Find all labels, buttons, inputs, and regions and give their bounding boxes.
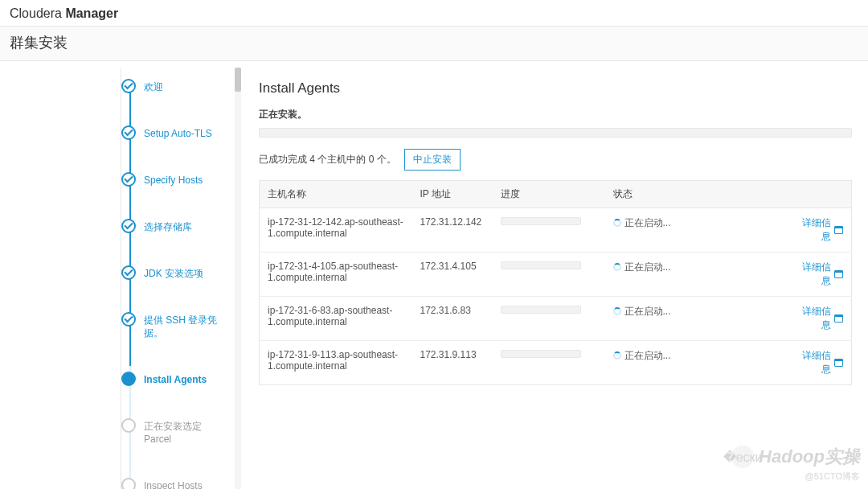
hosts-table: 主机名称 IP 地址 进度 状态 ip-172-31-12-142.ap-sou…: [259, 180, 852, 385]
detail-link[interactable]: 详细信息: [796, 216, 844, 244]
detail-link[interactable]: 详细信息: [796, 305, 844, 332]
popup-icon: [834, 359, 843, 367]
step-circle-icon: [121, 312, 136, 327]
header-bar: Cloudera Manager: [0, 0, 868, 27]
cell-progress: [493, 341, 605, 385]
step-label: Inspect Hosts: [144, 478, 203, 489]
cell-detail: 详细信息: [788, 208, 852, 253]
wizard-step-4[interactable]: JDK 安装选项: [121, 265, 233, 312]
detail-link-label: 详细信息: [796, 216, 831, 244]
row-progress-bar: [501, 217, 581, 225]
step-circle-icon: [121, 418, 136, 433]
overall-progress-bar: [259, 128, 852, 138]
cell-hostname: ip-172-31-9-113.ap-southeast-1.compute.i…: [260, 341, 412, 385]
table-row: ip-172-31-6-83.ap-southeast-1.compute.in…: [260, 297, 852, 341]
table-row: ip-172-31-9-113.ap-southeast-1.compute.i…: [260, 341, 852, 385]
popup-icon: [834, 314, 843, 323]
step-label: Specify Hosts: [144, 172, 203, 187]
page-subtitle: 群集安装: [0, 27, 868, 61]
col-header-host: 主机名称: [260, 181, 412, 208]
cell-detail: 详细信息: [788, 253, 852, 297]
col-header-ip: IP 地址: [412, 181, 493, 208]
col-header-status: 状态: [605, 181, 788, 208]
table-row: ip-172-31-4-105.ap-southeast-1.compute.i…: [260, 253, 852, 297]
cell-ip: 172.31.9.113: [412, 341, 493, 385]
page-title: Install Agents: [259, 80, 852, 97]
spinner-icon: [613, 307, 621, 315]
step-label: 欢迎: [144, 79, 163, 93]
step-label: Install Agents: [144, 372, 207, 386]
step-circle-icon: [121, 79, 136, 93]
detail-link[interactable]: 详细信息: [796, 349, 844, 376]
wizard-step-7: 正在安装选定 Parcel: [121, 418, 233, 478]
step-label: Setup Auto-TLS: [144, 125, 212, 140]
cell-detail: 详细信息: [788, 341, 852, 385]
step-label: JDK 安装选项: [144, 265, 203, 280]
cell-ip: 172.31.6.83: [412, 297, 493, 341]
cell-status: 正在启动...: [605, 297, 788, 341]
left-gutter: [0, 68, 121, 489]
spinner-icon: [613, 263, 621, 271]
popup-icon: [834, 270, 843, 278]
spinner-icon: [613, 219, 621, 227]
wizard-sidebar: 欢迎Setup Auto-TLSSpecify Hosts选择存储库JDK 安装…: [121, 68, 233, 489]
detail-link-label: 详细信息: [796, 261, 831, 288]
step-label: 选择存储库: [144, 219, 192, 233]
col-header-detail: [788, 181, 852, 208]
step-circle-icon: [121, 478, 136, 489]
wizard-step-3[interactable]: 选择存储库: [121, 219, 233, 265]
installing-label: 正在安装。: [259, 108, 852, 121]
cell-ip: 172.31.12.142: [412, 208, 493, 253]
step-label: 提供 SSH 登录凭据。: [144, 312, 221, 339]
popup-icon: [834, 226, 843, 234]
step-circle-icon: [121, 172, 136, 187]
scroll-thumb[interactable]: [235, 68, 241, 92]
cell-hostname: ip-172-31-4-105.ap-southeast-1.compute.i…: [260, 253, 412, 297]
wizard-step-8: Inspect Hosts: [121, 478, 233, 489]
wizard-step-5[interactable]: 提供 SSH 登录凭据。: [121, 312, 233, 372]
detail-link[interactable]: 详细信息: [796, 261, 844, 288]
row-progress-bar: [501, 261, 581, 269]
cell-progress: [493, 297, 605, 341]
sidebar-scrollbar[interactable]: [235, 68, 241, 489]
brand: Cloudera Manager: [10, 6, 118, 20]
cell-detail: 详细信息: [788, 297, 852, 341]
row-progress-bar: [501, 350, 581, 358]
table-header-row: 主机名称 IP 地址 进度 状态: [260, 181, 852, 208]
detail-link-label: 详细信息: [796, 305, 831, 332]
main-panel: Install Agents 正在安装。 已成功完成 4 个主机中的 0 个。 …: [241, 68, 868, 489]
step-circle-icon: [121, 219, 136, 233]
summary-text: 已成功完成 4 个主机中的 0 个。: [259, 153, 396, 166]
wizard-step-2[interactable]: Specify Hosts: [121, 172, 233, 219]
detail-link-label: 详细信息: [796, 349, 831, 376]
table-row: ip-172-31-12-142.ap-southeast-1.compute.…: [260, 208, 852, 253]
wizard-step-1[interactable]: Setup Auto-TLS: [121, 125, 233, 172]
abort-install-button[interactable]: 中止安装: [404, 149, 461, 171]
cell-ip: 172.31.4.105: [412, 253, 493, 297]
step-circle-icon: [121, 125, 136, 140]
cell-status: 正在启动...: [605, 341, 788, 385]
spinner-icon: [613, 351, 621, 360]
wizard-step-6[interactable]: Install Agents: [121, 372, 233, 418]
cell-hostname: ip-172-31-12-142.ap-southeast-1.compute.…: [260, 208, 412, 253]
cell-status: 正在启动...: [605, 253, 788, 297]
step-circle-icon: [121, 372, 136, 386]
brand-light: Cloudera: [10, 6, 65, 20]
step-circle-icon: [121, 265, 136, 280]
cell-status: 正在启动...: [605, 208, 788, 253]
wizard-step-0[interactable]: 欢迎: [121, 79, 233, 125]
brand-bold: Manager: [65, 6, 118, 20]
col-header-progress: 进度: [493, 181, 605, 208]
cell-hostname: ip-172-31-6-83.ap-southeast-1.compute.in…: [260, 297, 412, 341]
step-label: 正在安装选定 Parcel: [144, 418, 221, 446]
row-progress-bar: [501, 306, 581, 314]
cell-progress: [493, 253, 605, 297]
cell-progress: [493, 208, 605, 253]
